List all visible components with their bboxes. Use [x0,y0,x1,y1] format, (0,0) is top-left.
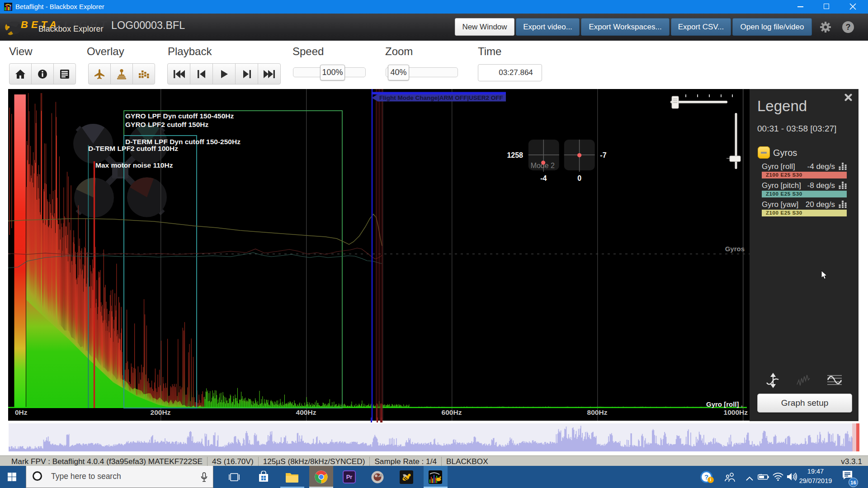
svg-text:GYRO LPF Dyn cutoff 150-450Hz: GYRO LPF Dyn cutoff 150-450Hz [125,112,234,120]
svg-text:Gyro [roll] ,: Gyro [roll] , [706,400,743,408]
svg-text:600Hz: 600Hz [442,408,462,416]
svg-text:1000Hz: 1000Hz [724,408,748,416]
svg-text:200Hz: 200Hz [151,408,171,416]
svg-text:800Hz: 800Hz [587,408,608,416]
svg-text:D-TERM LPF2 cutoff 100Hz: D-TERM LPF2 cutoff 100Hz [88,145,178,152]
svg-text:Gyros: Gyros [725,245,745,253]
svg-text:Flight Mode Change|ARM OFF|USE: Flight Mode Change|ARM OFF|USER2 OFF [379,94,503,101]
svg-text:400Hz: 400Hz [296,408,316,416]
svg-text:GYRO LPF2 cutoff 150Hz: GYRO LPF2 cutoff 150Hz [125,121,209,128]
svg-text:0Hz: 0Hz [15,408,28,416]
svg-text:-4: -4 [540,174,547,182]
svg-text:0: 0 [577,174,581,182]
svg-text:Max motor noise 110Hz: Max motor noise 110Hz [95,161,173,169]
svg-text:-7: -7 [600,151,606,159]
svg-text:1258: 1258 [507,151,523,159]
